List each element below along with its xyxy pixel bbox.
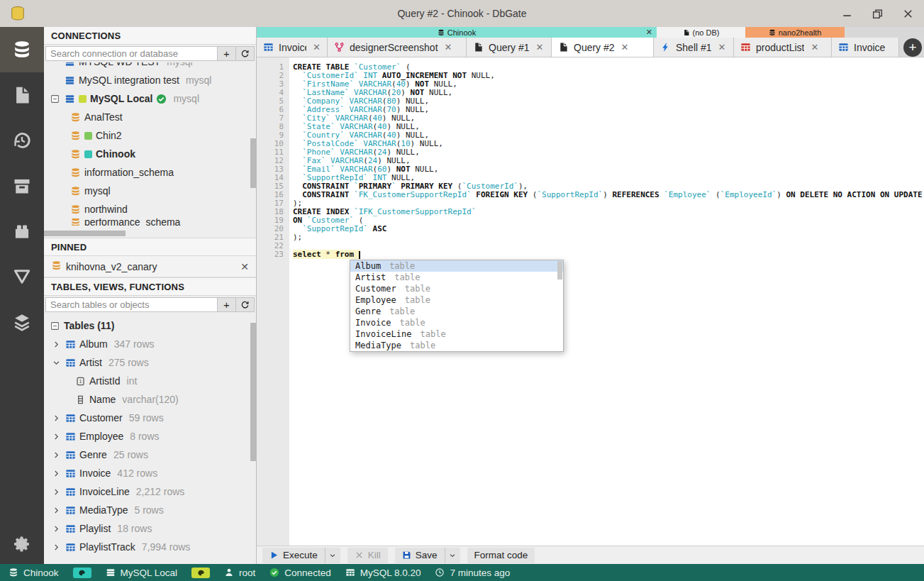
db-icon	[69, 185, 81, 197]
table-item[interactable]: MediaType 5 rows	[44, 501, 256, 519]
tab-group-chinook[interactable]: Chinook ✕	[257, 27, 657, 38]
autocomplete-item[interactable]: Albumtable	[350, 260, 563, 272]
column-item[interactable]: Name varchar(120)	[44, 390, 256, 409]
server-icon	[106, 568, 116, 577]
tab-invoice[interactable]: Invoice ✕	[257, 38, 328, 57]
chevron-right-icon[interactable]	[51, 488, 61, 496]
table-item[interactable]: PlaylistTrack 7,994 rows	[44, 538, 256, 556]
rail-archive-icon[interactable]	[0, 163, 44, 209]
minimize-button[interactable]	[841, 8, 853, 20]
autocomplete-item[interactable]: Artisttable	[350, 272, 563, 283]
collapse-icon[interactable]	[50, 94, 60, 104]
tab-query1[interactable]: Query #1 ✕	[467, 38, 552, 57]
refresh-tables-button[interactable]	[236, 297, 255, 312]
database-icon	[769, 29, 776, 36]
rail-files-icon[interactable]	[0, 72, 44, 118]
collapse-icon[interactable]	[50, 321, 60, 331]
close-tab-icon[interactable]: ✕	[718, 42, 726, 52]
chevron-right-icon[interactable]	[51, 543, 61, 551]
autocomplete-item[interactable]: Employeetable	[350, 294, 563, 306]
tables-tree: Tables (11) Album 347 rows Artist 275 ro…	[44, 314, 256, 564]
connection-item[interactable]: mysql	[44, 182, 256, 200]
tab-group-nano2health[interactable]: nano2health	[745, 27, 845, 38]
autocomplete-scrollbar[interactable]	[557, 261, 562, 280]
table-item[interactable]: Employee 8 rows	[44, 427, 256, 446]
close-tab-icon[interactable]: ✕	[536, 42, 544, 52]
refresh-connections-button[interactable]	[236, 46, 255, 61]
tab-designerscreenshot[interactable]: designerScreenshot ✕	[328, 38, 467, 57]
autocomplete-item[interactable]: MediaTypetable	[350, 340, 563, 351]
connection-item[interactable]: MySQL Localmysql	[44, 89, 256, 108]
autocomplete-item[interactable]: Customertable	[350, 283, 563, 294]
table-item[interactable]: Album 347 rows	[44, 335, 256, 353]
connection-item[interactable]: northwind	[44, 200, 256, 218]
statusbar: Chinook MySQL Local root Connected MySQL…	[0, 564, 924, 581]
tables-scrollbar[interactable]	[250, 323, 256, 461]
autocomplete-item[interactable]: Genretable	[350, 306, 563, 317]
connection-item[interactable]: Chin2	[44, 126, 256, 145]
chevron-right-icon[interactable]	[51, 414, 61, 422]
close-tab-icon[interactable]: ✕	[621, 42, 629, 52]
rail-layers-icon[interactable]	[0, 299, 44, 345]
save-button[interactable]: Save	[395, 548, 460, 563]
code-line[interactable]: `SupportRepId` ASC	[289, 225, 386, 233]
connections-hscrollbar[interactable]	[44, 231, 126, 236]
connections-scrollbar[interactable]	[250, 138, 256, 188]
connection-search-input[interactable]	[45, 46, 218, 61]
chevron-down-icon[interactable]	[51, 359, 61, 367]
chevron-right-icon[interactable]	[51, 451, 61, 459]
close-tab-icon[interactable]: ✕	[445, 42, 452, 52]
pinned-item[interactable]: knihovna_v2_canary✕	[44, 256, 256, 277]
column-item[interactable]: 1 ArtistId int	[44, 372, 256, 390]
tables-group[interactable]: Tables (11)	[44, 316, 256, 335]
table-item[interactable]: Artist 275 rows	[44, 353, 256, 372]
unpin-close-icon[interactable]: ✕	[240, 261, 249, 272]
execute-dropdown[interactable]	[325, 548, 340, 563]
rail-history-icon[interactable]	[0, 118, 44, 163]
table-item[interactable]: InvoiceLine 2,212 rows	[44, 482, 256, 501]
autocomplete-item[interactable]: Invoicetable	[350, 317, 563, 328]
execute-button[interactable]: Execute	[262, 548, 340, 563]
chevron-right-icon[interactable]	[51, 341, 61, 348]
table-item[interactable]: Invoice 412 rows	[44, 464, 256, 482]
connection-item[interactable]: AnalTest	[44, 108, 256, 126]
tab-group-nodb[interactable]: (no DB)	[657, 27, 745, 38]
connection-item[interactable]: MYSQL WD TESTmysql	[44, 62, 256, 71]
rail-settings-icon[interactable]	[0, 524, 44, 564]
rail-plugins-icon[interactable]	[0, 209, 44, 254]
connection-item[interactable]: Chinook	[44, 145, 256, 163]
chevron-right-icon[interactable]	[51, 507, 61, 514]
tab-invoice[interactable]: Invoice	[832, 38, 899, 57]
code-line[interactable]: CONSTRAINT `FK_CustomerSupportRepId` FOR…	[289, 191, 924, 199]
chevron-right-icon[interactable]	[51, 525, 61, 533]
connection-item[interactable]: performance_schema	[44, 218, 256, 226]
add-connection-button[interactable]: +	[218, 46, 236, 61]
connection-item[interactable]: MySQL integration testmysql	[44, 71, 256, 89]
chevron-right-icon[interactable]	[51, 433, 61, 441]
add-table-button[interactable]: +	[218, 297, 236, 312]
tab-productlist[interactable]: productList ✕	[734, 38, 832, 57]
table-item[interactable]: Customer 59 rows	[44, 409, 256, 427]
clock-icon	[435, 568, 445, 577]
chevron-right-icon[interactable]	[51, 470, 61, 477]
save-dropdown[interactable]	[445, 548, 460, 563]
tab-shell1[interactable]: Shell #1 ✕	[654, 38, 734, 57]
close-tab-icon[interactable]: ✕	[313, 42, 321, 52]
code-line[interactable]: select * from	[289, 250, 360, 259]
restore-button[interactable]	[872, 8, 884, 20]
format-code-button[interactable]: Format code	[467, 548, 535, 563]
code-line[interactable]: );	[289, 233, 302, 242]
autocomplete-item[interactable]: InvoiceLinetable	[350, 328, 563, 340]
tab-query2[interactable]: Query #2 ✕	[552, 38, 654, 57]
connection-item[interactable]: information_schema	[44, 163, 256, 182]
table-blue-icon	[838, 42, 849, 52]
new-tab-button[interactable]: +	[903, 38, 922, 57]
close-button[interactable]	[902, 8, 914, 20]
close-group-icon[interactable]: ✕	[646, 28, 652, 37]
table-search-input[interactable]	[45, 297, 218, 312]
table-item[interactable]: Playlist 18 rows	[44, 519, 256, 538]
rail-cell-data-icon[interactable]	[0, 254, 44, 299]
table-item[interactable]: Genre 25 rows	[44, 446, 256, 464]
close-tab-icon[interactable]: ✕	[811, 42, 818, 52]
rail-database-icon[interactable]	[0, 27, 44, 72]
